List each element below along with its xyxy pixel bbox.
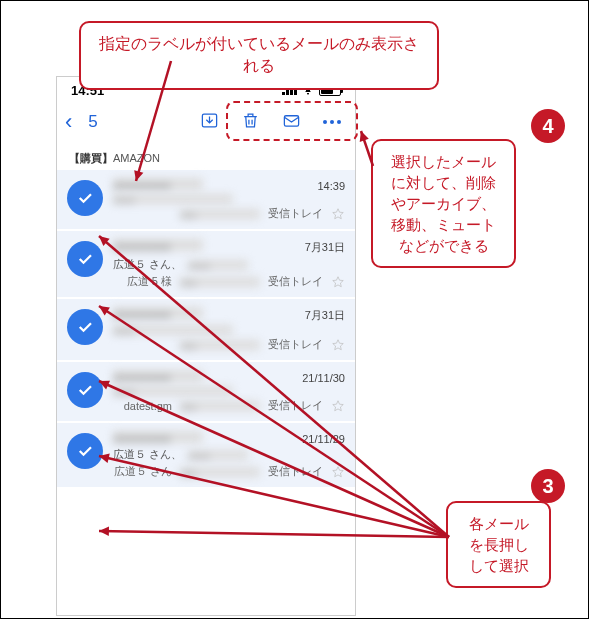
- mail-list: xxxxxxxx 14:39 xxxx xxx 受信トレイ xxxxxxxx 7…: [57, 170, 355, 487]
- star-icon[interactable]: [331, 207, 345, 221]
- callout-filter-note: 指定のラベルが付いているメールのみ表示される: [79, 21, 439, 90]
- mail-timestamp: 14:39: [317, 180, 345, 192]
- mail-timestamp: 7月31日: [305, 308, 345, 323]
- mail-sender: xxxxxxxx: [113, 431, 203, 443]
- mail-row[interactable]: xxxxxxxx 21/11/29 広道５ さん、 xxxx 広道５ さん xx…: [57, 423, 355, 487]
- callout-longpress-note: 各メールを長押しして選択: [446, 501, 551, 588]
- star-icon[interactable]: [331, 399, 345, 413]
- mail-snippet-a: 広道５ さん、: [113, 447, 182, 462]
- mail-snippet-b: datest.gm: [124, 400, 172, 412]
- selection-check-icon[interactable]: [67, 372, 103, 408]
- mail-preview-blur: xxx: [180, 277, 260, 287]
- inbox-label: 受信トレイ: [268, 464, 323, 479]
- mail-row[interactable]: xxxxxxxx 14:39 xxxx xxx 受信トレイ: [57, 170, 355, 229]
- mail-sender: xxxxxxxx: [113, 307, 203, 319]
- selection-check-icon[interactable]: [67, 180, 103, 216]
- section-header: 【購買】AMAZON: [57, 141, 355, 170]
- selected-count: 5: [88, 112, 97, 132]
- selection-check-icon[interactable]: [67, 309, 103, 345]
- trash-icon[interactable]: [241, 111, 260, 134]
- mail-subject-blur: xxxx: [113, 325, 233, 335]
- section-name: AMAZON: [113, 152, 160, 164]
- mail-row[interactable]: xxxxxxxx 7月31日 広道５ さん、 xxxx 広道 5 様 xxx 受…: [57, 231, 355, 297]
- mail-preview-blur: xxx: [180, 209, 260, 219]
- mail-subject-blur: xxxx: [113, 194, 233, 204]
- selection-toolbar: ‹ 5: [57, 103, 355, 141]
- mail-timestamp: 21/11/29: [302, 433, 345, 445]
- mail-sender: xxxxxxxx: [113, 370, 203, 382]
- mail-snippet-a: 広道５ さん、: [113, 257, 182, 272]
- mail-preview-blur: xxx: [180, 340, 260, 350]
- star-icon[interactable]: [331, 275, 345, 289]
- svg-rect-1: [284, 115, 298, 125]
- inbox-label: 受信トレイ: [268, 398, 323, 413]
- inbox-label: 受信トレイ: [268, 337, 323, 352]
- phone-frame: 14:51 ‹ 5 【購買】AMAZON: [56, 76, 356, 616]
- mail-snippet-b: 広道 5 様: [127, 274, 172, 289]
- inbox-label: 受信トレイ: [268, 206, 323, 221]
- mail-row[interactable]: xxxxxxxx 7月31日 xxxx xxx 受信トレイ: [57, 299, 355, 360]
- section-tag: 【購買】: [69, 152, 113, 164]
- callout-actions-note: 選択したメールに対して、削除やアーカイブ、移動、ミュートなどができる: [371, 139, 516, 268]
- mark-unread-icon[interactable]: [282, 111, 301, 134]
- mail-snippet-b: 広道５ さん: [114, 464, 172, 479]
- mail-subject-blur: xxxx: [188, 450, 248, 460]
- mail-sender: xxxxxxxx: [113, 239, 203, 251]
- more-icon[interactable]: [323, 120, 341, 124]
- mail-preview-blur: xxx: [180, 467, 260, 477]
- mail-timestamp: 21/11/30: [302, 372, 345, 384]
- step-badge-3: 3: [531, 469, 565, 503]
- inbox-label: 受信トレイ: [268, 274, 323, 289]
- mail-timestamp: 7月31日: [305, 240, 345, 255]
- mail-subject-blur: xxxx: [113, 386, 233, 396]
- mail-sender: xxxxxxxx: [113, 178, 203, 190]
- selection-check-icon[interactable]: [67, 433, 103, 469]
- back-button[interactable]: ‹: [65, 109, 72, 135]
- mail-subject-blur: xxxx: [188, 260, 248, 270]
- selection-check-icon[interactable]: [67, 241, 103, 277]
- step-badge-4: 4: [531, 109, 565, 143]
- mail-preview-blur: xxx: [180, 401, 260, 411]
- star-icon[interactable]: [331, 465, 345, 479]
- archive-icon[interactable]: [200, 111, 219, 134]
- mail-row[interactable]: xxxxxxxx 21/11/30 xxxx datest.gm xxx 受信ト…: [57, 362, 355, 421]
- star-icon[interactable]: [331, 338, 345, 352]
